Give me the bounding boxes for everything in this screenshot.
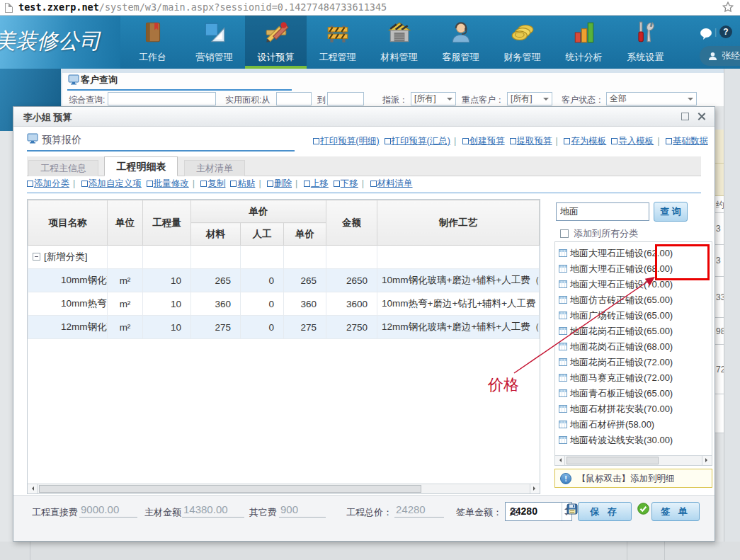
- add-category-link[interactable]: 添加分类: [27, 178, 69, 188]
- table-row[interactable]: 10mm热弯 m² 10 360 0 360 3600 10mm热弯+磨边+钻孔…: [28, 292, 540, 316]
- close-icon[interactable]: [697, 112, 706, 121]
- col-header-qty[interactable]: 工程量: [143, 200, 191, 246]
- tree-item[interactable]: 地面石材拼花安装(70.00): [555, 401, 712, 417]
- tree-item[interactable]: 地面砖波达线安装(30.00): [555, 433, 712, 448]
- keyword-input[interactable]: [108, 92, 216, 105]
- scroll-left-icon[interactable]: [555, 456, 565, 465]
- category-row[interactable]: [新增分类]: [28, 246, 540, 269]
- url-text[interactable]: test.zxerp.net/system/w3/main.aspx?sessi…: [18, 1, 387, 13]
- material-search-input[interactable]: [556, 202, 649, 221]
- scrollbar-thumb[interactable]: [567, 457, 659, 464]
- copy-link[interactable]: 复制: [200, 178, 225, 188]
- nav-item-settings[interactable]: 系统设置: [615, 16, 676, 69]
- tree-item[interactable]: 地面大理石正铺设(68.00): [555, 261, 712, 277]
- collapse-icon[interactable]: [33, 253, 40, 261]
- message-bubble-icon[interactable]: [699, 27, 713, 44]
- tree-item[interactable]: 地面大理石正铺设(70.00): [555, 277, 712, 292]
- col-header-craft[interactable]: 制作工艺: [377, 200, 540, 246]
- table-row[interactable]: 12mm钢化玻璃 m² 10 275 0 275 2750 12mm钢化玻璃+磨…: [28, 316, 540, 339]
- dialog-titlebar[interactable]: 李小姐 预算: [13, 107, 715, 127]
- col-header-unit[interactable]: 单位: [108, 200, 143, 246]
- tree-horizontal-scrollbar[interactable]: [555, 455, 712, 465]
- tree-item[interactable]: 地面仿古砖正铺设(65.00): [555, 292, 712, 308]
- bookmark-star-icon[interactable]: [722, 1, 734, 16]
- move-down-link[interactable]: 下移: [334, 178, 358, 188]
- batch-edit-link[interactable]: 批量修改: [147, 178, 189, 188]
- cell-labor: 0: [241, 292, 284, 316]
- scroll-right-icon[interactable]: [530, 484, 540, 493]
- tree-item[interactable]: 地面青石板正铺设(65.00): [555, 386, 712, 401]
- area-to-input[interactable]: [327, 92, 364, 105]
- col-header-name[interactable]: 项目名称: [28, 200, 108, 246]
- cell-craft: 12mm钢化玻璃+磨边+辅料+人工费（注：: [377, 316, 540, 339]
- scrollbar-thumb[interactable]: [39, 485, 421, 493]
- nav-item-marketing[interactable]: 营销管理: [183, 16, 245, 69]
- base-data-link[interactable]: 基础数据: [666, 136, 708, 146]
- col-header-labor[interactable]: 人工: [241, 223, 284, 246]
- cell-unit: m²: [108, 269, 143, 292]
- table-icon: [559, 280, 567, 288]
- import-template-link[interactable]: 导入模板: [611, 136, 654, 146]
- move-up-link[interactable]: 上移: [304, 178, 329, 188]
- nav-item-workbench[interactable]: 工作台: [122, 16, 183, 69]
- tree-item[interactable]: 地面花岗石正铺设(72.00): [555, 355, 712, 370]
- scroll-left-icon[interactable]: [28, 484, 38, 493]
- user-chip[interactable]: 张经: [700, 46, 740, 66]
- print-budget-summary-link[interactable]: 打印预算(汇总): [385, 136, 450, 146]
- square-icon: [200, 181, 207, 187]
- nav-item-statistics[interactable]: 统计分析: [553, 16, 615, 69]
- add-custom-item-link[interactable]: 添加自定义项: [81, 178, 142, 188]
- help-icon[interactable]: ?: [719, 25, 732, 38]
- tree-item[interactable]: 地面花岗石正铺设(68.00): [555, 339, 712, 355]
- area-from-input[interactable]: [276, 92, 312, 105]
- sign-amount-label: 签单金额：: [456, 506, 502, 519]
- tab-project-info[interactable]: 工程主信息: [28, 160, 98, 176]
- checkbox-icon[interactable]: [560, 229, 569, 238]
- search-button[interactable]: 查 询: [654, 202, 688, 222]
- material-list-link[interactable]: 材料清单: [370, 178, 413, 188]
- paste-link[interactable]: 粘贴: [230, 178, 255, 188]
- nav-item-finance[interactable]: 财务管理: [491, 16, 553, 69]
- browser-address-bar[interactable]: test.zxerp.net/system/w3/main.aspx?sessi…: [0, 0, 740, 16]
- filter-area-label: 实用面积:从: [225, 94, 270, 106]
- maximize-icon[interactable]: [681, 113, 689, 120]
- save-as-template-link[interactable]: 存为模板: [564, 136, 606, 146]
- filter-status-label: 客户状态：: [562, 94, 604, 106]
- tree-item[interactable]: 地面马赛克正铺设(72.00): [555, 370, 712, 386]
- tab-main-materials[interactable]: 主材清单: [184, 160, 245, 176]
- tab-project-detail[interactable]: 工程明细表: [104, 156, 178, 176]
- tree-item[interactable]: 地面花岗石正铺设(65.00): [555, 324, 712, 339]
- col-header-price-group[interactable]: 单价: [191, 200, 326, 223]
- grid-horizontal-scrollbar[interactable]: [28, 484, 540, 493]
- col-header-amount[interactable]: 金额: [326, 200, 377, 246]
- assign-dropdown[interactable]: [所有]: [411, 92, 456, 105]
- separator: |: [362, 178, 364, 188]
- tree-item[interactable]: 地面石材碎拼(58.00): [555, 417, 712, 433]
- checkbox-label: 添加到所有分类: [574, 228, 638, 239]
- bar-chart-icon: [571, 20, 597, 45]
- tree-item[interactable]: 地面广场砖正铺设(65.00): [555, 308, 712, 324]
- nav-item-materials[interactable]: 材料管理: [368, 16, 430, 69]
- delete-link[interactable]: 删除: [267, 178, 292, 188]
- vip-dropdown[interactable]: [所有]: [507, 92, 552, 105]
- col-header-price[interactable]: 单价: [284, 223, 326, 246]
- table-row[interactable]: 10mm钢化玻璃 m² 10 265 0 265 2650 10mm钢化玻璃+磨…: [28, 269, 540, 292]
- material-tree[interactable]: 地面大理石正铺设(62.00) 地面大理石正铺设(68.00) 地面大理石正铺设…: [554, 241, 712, 466]
- status-dropdown[interactable]: 全部: [606, 92, 697, 105]
- page-background-right: [724, 69, 740, 560]
- extract-budget-link[interactable]: 提取预算: [510, 136, 552, 146]
- check-circle-icon: [637, 503, 649, 515]
- sign-button[interactable]: 签 单: [651, 502, 700, 521]
- square-icon: [313, 138, 319, 144]
- tree-item[interactable]: 地面大理石正铺设(62.00): [555, 246, 712, 261]
- scroll-right-icon[interactable]: [702, 456, 712, 465]
- nav-item-design-budget[interactable]: 设计预算: [245, 16, 307, 69]
- save-button[interactable]: 保 存: [578, 502, 632, 521]
- print-budget-detail-link[interactable]: 打印预算(明细): [313, 136, 379, 146]
- main-material-label: 主材金额: [144, 506, 181, 519]
- nav-item-project[interactable]: 工程管理: [307, 16, 368, 69]
- create-budget-link[interactable]: 创建预算: [462, 136, 505, 146]
- nav-item-customer-service[interactable]: 客服管理: [430, 16, 491, 69]
- add-to-all-categories-row[interactable]: 添加到所有分类: [560, 227, 638, 240]
- col-header-material[interactable]: 材料: [191, 223, 241, 246]
